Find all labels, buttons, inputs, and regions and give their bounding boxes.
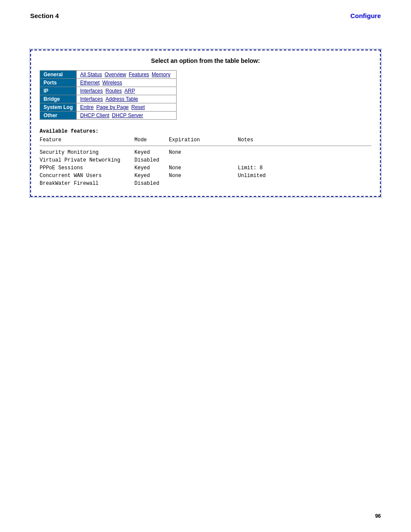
- nav-link-routes[interactable]: Routes: [106, 88, 122, 94]
- nav-link-page-by-page[interactable]: Page by Page: [96, 104, 128, 110]
- feature-expiration: [169, 156, 238, 164]
- feature-name: Security Monitoring: [40, 149, 134, 156]
- feature-mode: Keyed: [134, 164, 169, 172]
- configure-title: Configure: [350, 12, 381, 19]
- feature-row: PPPoE SessionsKeyedNoneLimit: 8: [40, 164, 371, 172]
- nav-link-memory[interactable]: Memory: [152, 72, 170, 78]
- nav-link-reset[interactable]: Reset: [131, 104, 145, 110]
- nav-link-dhcp-client[interactable]: DHCP Client: [80, 112, 109, 118]
- nav-link-all-status[interactable]: All Status: [80, 72, 102, 78]
- nav-label: System Log: [40, 103, 77, 112]
- nav-links-cell: EntirePage by PageReset: [77, 103, 177, 112]
- feature-row: Concurrent WAN UsersKeyedNoneUnlimited: [40, 172, 371, 180]
- nav-link-ethernet[interactable]: Ethernet: [80, 80, 100, 86]
- features-table: Feature Mode Expiration Notes Security M…: [40, 136, 371, 187]
- nav-links-cell: All StatusOverviewFeaturesMemory: [77, 71, 177, 79]
- features-section: Available features: Feature Mode Expirat…: [40, 128, 371, 187]
- col-header-notes: Notes: [238, 136, 371, 145]
- nav-label: Bridge: [40, 95, 77, 103]
- page-number: 96: [375, 513, 381, 519]
- nav-link-dhcp-server[interactable]: DHCP Server: [112, 112, 143, 118]
- nav-label: IP: [40, 87, 77, 95]
- nav-link-interfaces[interactable]: Interfaces: [80, 88, 103, 94]
- feature-name: Concurrent WAN Users: [40, 172, 134, 180]
- feature-notes: [238, 156, 371, 164]
- feature-row: Security MonitoringKeyedNone: [40, 149, 371, 156]
- feature-notes: [238, 149, 371, 156]
- nav-link-entire[interactable]: Entire: [80, 104, 93, 110]
- feature-row: BreakWater FirewallDisabled: [40, 180, 371, 187]
- feature-mode: Keyed: [134, 149, 169, 156]
- col-header-expiration: Expiration: [169, 136, 238, 145]
- nav-link-arp[interactable]: ARP: [125, 88, 135, 94]
- main-panel: Select an option from the table below: G…: [30, 50, 381, 197]
- nav-links-cell: InterfacesAddress Table: [77, 95, 177, 103]
- feature-expiration: None: [169, 172, 238, 180]
- nav-link-address-table[interactable]: Address Table: [106, 96, 138, 102]
- nav-link-interfaces[interactable]: Interfaces: [80, 96, 103, 102]
- feature-expiration: None: [169, 149, 238, 156]
- feature-expiration: [169, 180, 238, 187]
- select-heading: Select an option from the table below:: [40, 57, 371, 64]
- nav-link-overview[interactable]: Overview: [105, 72, 126, 78]
- feature-name: Virtual Private Networking: [40, 156, 134, 164]
- feature-expiration: None: [169, 164, 238, 172]
- col-header-mode: Mode: [134, 136, 169, 145]
- feature-notes: Limit: 8: [238, 164, 371, 172]
- feature-notes: Unlimited: [238, 172, 371, 180]
- nav-label: Ports: [40, 79, 77, 87]
- feature-row: Virtual Private NetworkingDisabled: [40, 156, 371, 164]
- nav-link-features[interactable]: Features: [129, 72, 149, 78]
- nav-links-cell: DHCP ClientDHCP Server: [77, 112, 177, 120]
- feature-mode: Disabled: [134, 156, 169, 164]
- feature-name: PPPoE Sessions: [40, 164, 134, 172]
- nav-links-cell: InterfacesRoutesARP: [77, 87, 177, 95]
- nav-link-wireless[interactable]: Wireless: [102, 80, 122, 86]
- feature-name: BreakWater Firewall: [40, 180, 134, 187]
- nav-table: GeneralAll StatusOverviewFeaturesMemoryP…: [40, 70, 177, 120]
- feature-notes: [238, 180, 371, 187]
- nav-links-cell: EthernetWireless: [77, 79, 177, 87]
- nav-label: Other: [40, 112, 77, 120]
- nav-label: General: [40, 71, 77, 79]
- features-heading: Available features:: [40, 128, 371, 135]
- col-header-feature: Feature: [40, 136, 134, 145]
- feature-mode: Keyed: [134, 172, 169, 180]
- section-title: Section 4: [30, 12, 59, 19]
- feature-mode: Disabled: [134, 180, 169, 187]
